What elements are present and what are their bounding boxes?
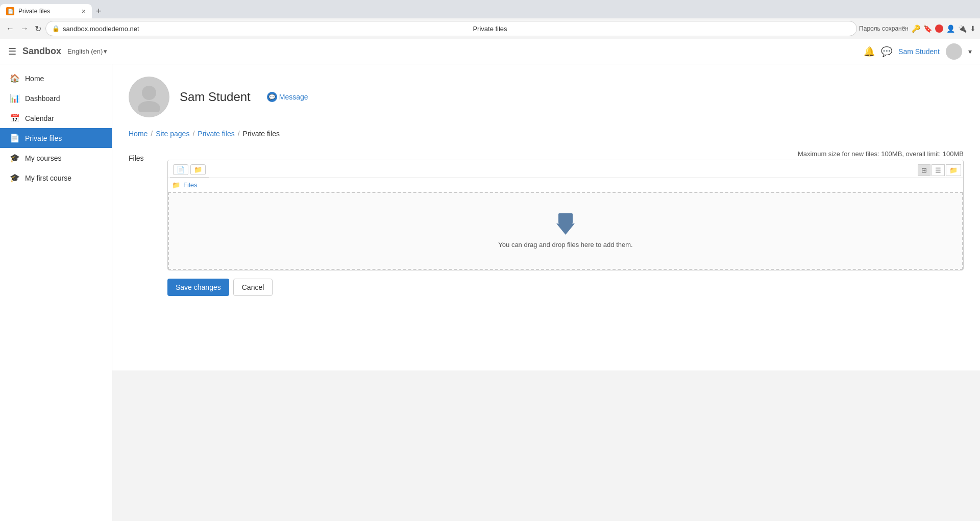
- password-saved-text: Пароль сохранён: [859, 25, 909, 32]
- page-title-center: Private files: [473, 25, 507, 33]
- breadcrumb-private-files-1[interactable]: Private files: [198, 130, 234, 138]
- files-section: Files Maximum size for new files: 100MB,…: [129, 150, 964, 270]
- add-file-button[interactable]: 📄: [173, 164, 188, 175]
- notification-bell-icon[interactable]: 🔔: [864, 46, 875, 57]
- files-header-row: Maximum size for new files: 100MB, overa…: [167, 150, 964, 158]
- sidebar-item-my-courses-label: My courses: [25, 154, 62, 162]
- profile-circle-icon: [935, 24, 943, 33]
- file-manager: 📄 📁 ⊞ ☰ 📁 📁 Fi: [167, 160, 964, 270]
- language-selector[interactable]: English (en) ▾: [67, 47, 107, 55]
- user-avatar[interactable]: [946, 43, 962, 60]
- save-changes-button[interactable]: Save changes: [167, 279, 229, 296]
- profile-avatar: [129, 77, 169, 117]
- calendar-icon: 📅: [10, 113, 20, 123]
- breadcrumb-site-pages[interactable]: Site pages: [156, 130, 189, 138]
- sidebar-item-private-files-label: Private files: [25, 134, 62, 142]
- drop-arrow-container: [556, 213, 575, 235]
- tab-close-button[interactable]: ×: [82, 7, 86, 15]
- breadcrumb-sep-1: /: [151, 130, 153, 138]
- drop-zone-text: You can drag and drop files here to add …: [498, 241, 632, 249]
- app-header: ☰ Sandbox English (en) ▾ 🔔 💬 Sam Student…: [0, 39, 980, 64]
- action-buttons: Save changes Cancel: [167, 279, 964, 296]
- files-tree-item[interactable]: 📁 Files: [172, 181, 959, 189]
- url-text: sandbox.moodledemo.net: [63, 25, 850, 33]
- sidebar-item-dashboard[interactable]: 📊 Dashboard: [0, 88, 112, 108]
- profile-header: Sam Student 💬 Message: [129, 77, 964, 117]
- private-files-icon: 📄: [10, 133, 20, 143]
- dashboard-icon: 📊: [10, 93, 20, 103]
- user-name-link[interactable]: Sam Student: [898, 47, 940, 56]
- sidebar-item-calendar-label: Calendar: [25, 114, 54, 122]
- sidebar-item-dashboard-label: Dashboard: [25, 94, 60, 103]
- url-bar[interactable]: 🔒 sandbox.moodledemo.net: [45, 21, 857, 36]
- password-key-icon: 🔑: [912, 24, 920, 33]
- my-courses-icon: 🎓: [10, 153, 20, 163]
- sidebar-item-calendar[interactable]: 📅 Calendar: [0, 108, 112, 128]
- user-circle-icon: 👤: [946, 24, 955, 33]
- lock-icon: 🔒: [52, 25, 60, 32]
- my-first-course-icon: 🎓: [10, 173, 20, 183]
- breadcrumb-sep-2: /: [192, 130, 194, 138]
- files-label: Files: [129, 150, 159, 162]
- message-bubble-icon: 💬: [267, 92, 277, 102]
- tab-title: Private files: [18, 8, 78, 15]
- new-tab-button[interactable]: +: [92, 4, 106, 18]
- file-toolbar: 📄 📁: [170, 162, 209, 178]
- list-view-button[interactable]: ☰: [932, 164, 945, 176]
- menu-toggle-button[interactable]: ☰: [8, 46, 16, 57]
- drop-arrow-shaft: [558, 213, 573, 224]
- browser-right-controls: Пароль сохранён 🔑 🔖 👤 🔌 ⬇: [859, 24, 976, 33]
- breadcrumb-home[interactable]: Home: [129, 130, 148, 138]
- back-button[interactable]: ←: [4, 22, 16, 35]
- browser-tab[interactable]: 📄 Private files ×: [0, 4, 92, 18]
- tab-favicon-icon: 📄: [6, 7, 14, 15]
- header-right: 🔔 💬 Sam Student ▾: [864, 43, 972, 60]
- add-folder-button[interactable]: 📁: [190, 164, 206, 175]
- grid-view-button[interactable]: ⊞: [918, 164, 930, 176]
- folder-icon: 📁: [172, 181, 180, 189]
- view-buttons: ⊞ ☰ 📁: [918, 164, 961, 176]
- files-widget: Maximum size for new files: 100MB, overa…: [167, 150, 964, 270]
- file-tree: 📁 Files: [168, 178, 963, 192]
- sidebar-item-home-label: Home: [25, 75, 44, 83]
- profile-name: Sam Student: [180, 90, 251, 104]
- drop-arrow-head: [556, 224, 575, 235]
- app-logo: Sandbox: [22, 46, 61, 57]
- language-label: English (en): [67, 47, 103, 55]
- tree-view-button[interactable]: 📁: [946, 164, 961, 176]
- main-inner: Sam Student 💬 Message Home / Site pages …: [112, 64, 980, 370]
- bookmark-icon[interactable]: 🔖: [923, 24, 932, 33]
- sidebar-item-my-first-course-label: My first course: [25, 174, 71, 182]
- chat-icon[interactable]: 💬: [881, 46, 892, 57]
- breadcrumb-current: Private files: [243, 130, 280, 138]
- reload-button[interactable]: ↻: [33, 22, 43, 36]
- extension-icon: 🔌: [958, 24, 967, 33]
- message-link[interactable]: 💬 Message: [267, 92, 308, 102]
- sidebar-item-my-courses[interactable]: 🎓 My courses: [0, 148, 112, 168]
- app-body: 🏠 Home 📊 Dashboard 📅 Calendar 📄 Private …: [0, 64, 980, 521]
- message-label: Message: [279, 93, 308, 101]
- sidebar-item-my-first-course[interactable]: 🎓 My first course: [0, 168, 112, 188]
- svg-point-1: [138, 101, 160, 112]
- file-manager-toolbar-row: 📄 📁 ⊞ ☰ 📁: [168, 160, 963, 178]
- main-content: Sam Student 💬 Message Home / Site pages …: [112, 64, 980, 521]
- sidebar-item-private-files[interactable]: 📄 Private files: [0, 128, 112, 148]
- language-chevron-icon: ▾: [104, 47, 107, 55]
- home-icon: 🏠: [10, 73, 20, 83]
- download-icon[interactable]: ⬇: [970, 24, 976, 33]
- breadcrumb: Home / Site pages / Private files / Priv…: [129, 130, 964, 138]
- svg-point-0: [142, 86, 156, 100]
- sidebar-item-home[interactable]: 🏠 Home: [0, 68, 112, 88]
- cancel-button[interactable]: Cancel: [233, 279, 273, 296]
- user-menu-chevron-icon[interactable]: ▾: [968, 47, 972, 56]
- drop-zone[interactable]: You can drag and drop files here to add …: [168, 192, 963, 270]
- files-limit-text: Maximum size for new files: 100MB, overa…: [798, 150, 964, 158]
- files-tree-label: Files: [183, 181, 197, 189]
- breadcrumb-sep-3: /: [238, 130, 240, 138]
- sidebar: 🏠 Home 📊 Dashboard 📅 Calendar 📄 Private …: [0, 64, 112, 521]
- forward-button[interactable]: →: [18, 22, 31, 35]
